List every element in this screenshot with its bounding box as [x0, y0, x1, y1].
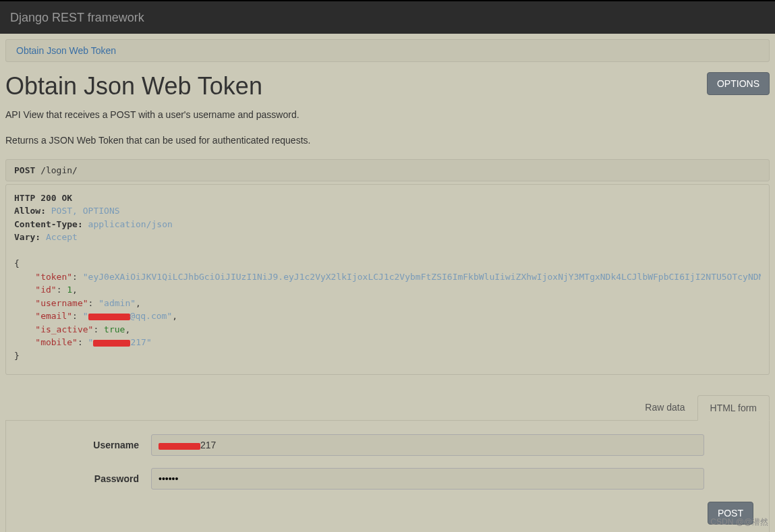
- tab-raw-data[interactable]: Raw data: [633, 395, 697, 420]
- username-field[interactable]: 217: [151, 434, 704, 456]
- api-description: API View that receives a POST with a use…: [5, 107, 770, 148]
- response-panel: HTTP 200 OK Allow: POST, OPTIONS Content…: [5, 184, 770, 376]
- password-field[interactable]: [151, 468, 704, 490]
- html-form-panel: Username 217 Password POST: [5, 421, 770, 532]
- request-line: POST /login/: [5, 159, 770, 181]
- top-navbar: Django REST framework: [0, 0, 775, 34]
- options-button[interactable]: OPTIONS: [707, 72, 770, 95]
- breadcrumb-current[interactable]: Obtain Json Web Token: [16, 45, 116, 56]
- watermark: CSDN @@潜然: [710, 516, 768, 528]
- brand-link[interactable]: Django REST framework: [10, 11, 144, 25]
- page-title: Obtain Json Web Token: [5, 72, 262, 100]
- username-label: Username: [16, 440, 151, 450]
- response-scroll[interactable]: HTTP 200 OK Allow: POST, OPTIONS Content…: [14, 191, 761, 368]
- breadcrumb: Obtain Json Web Token: [5, 39, 770, 62]
- tab-html-form[interactable]: HTML form: [697, 395, 770, 421]
- password-label: Password: [16, 473, 151, 484]
- form-tabs: Raw data HTML form: [5, 395, 770, 421]
